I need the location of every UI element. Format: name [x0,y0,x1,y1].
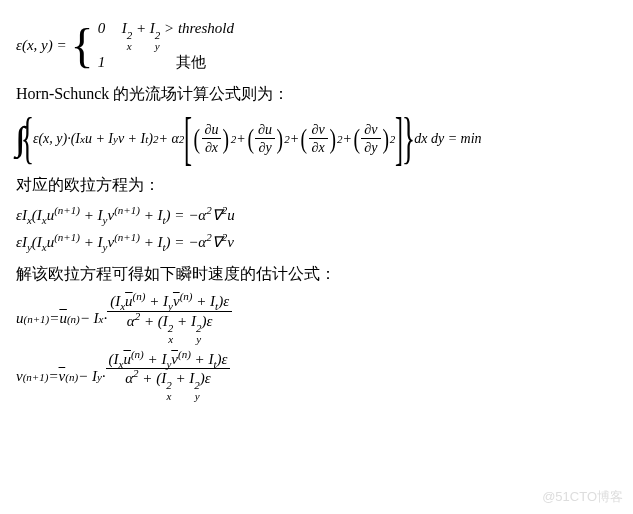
eq1-cases: 0 I2x + I2y > threshold 1 其他 [98,18,234,73]
eq6-fraction: (Ixu(n) + Iyv(n) + It)ε α2 + (I2x + I2y)… [106,351,231,403]
paragraph-2: 对应的欧拉方程为： [16,174,617,196]
equation-euler-v: εIy(Ixu(n+1) + Iyv(n+1) + It) = −α2∇2v [16,232,617,253]
eq1-case1-cond: I2x + I2y > threshold [122,18,234,52]
eq5-fraction: (Ixu(n) + Iyv(n) + It)ε α2 + (I2x + I2y)… [107,293,232,345]
eq1-case2-cond: 其他 [122,52,206,73]
left-brace-icon: { [71,24,94,67]
paragraph-3: 解该欧拉方程可得如下瞬时速度的估计公式： [16,263,617,285]
left-curly-brace-icon: { [21,115,34,163]
eq1-case2-value: 1 [98,52,122,73]
equation-integral: ∫∫ { ε(x, y)·(Ixu + Iyv + It)2 + α2 [ (∂… [16,113,617,164]
term-dudx: (∂u∂x) [192,122,231,156]
term-dvdy: (∂v∂y) [352,122,390,156]
eq1-case1-value: 0 [98,18,122,39]
equation-u-update: u(n+1) = u(n) − Ix · (Ixu(n) + Iyv(n) + … [16,293,617,345]
term-dudy: (∂u∂y) [246,122,285,156]
right-curly-brace-icon: } [402,115,415,163]
left-bracket-icon: [ [184,113,192,164]
equation-epsilon-definition: ε(x, y) = { 0 I2x + I2y > threshold 1 其他 [16,18,617,73]
term-dvdx: (∂v∂x) [299,122,337,156]
equation-v-update: v(n+1) = v(n) − Iy · (Ixu(n) + Iyv(n) + … [16,351,617,403]
equation-euler-u: εIx(Ixu(n+1) + Iyv(n+1) + It) = −α2∇2u [16,205,617,226]
paragraph-1: Horn-Schunck 的光流场计算公式则为： [16,83,617,105]
eq1-lhs: ε(x, y) = [16,35,67,56]
